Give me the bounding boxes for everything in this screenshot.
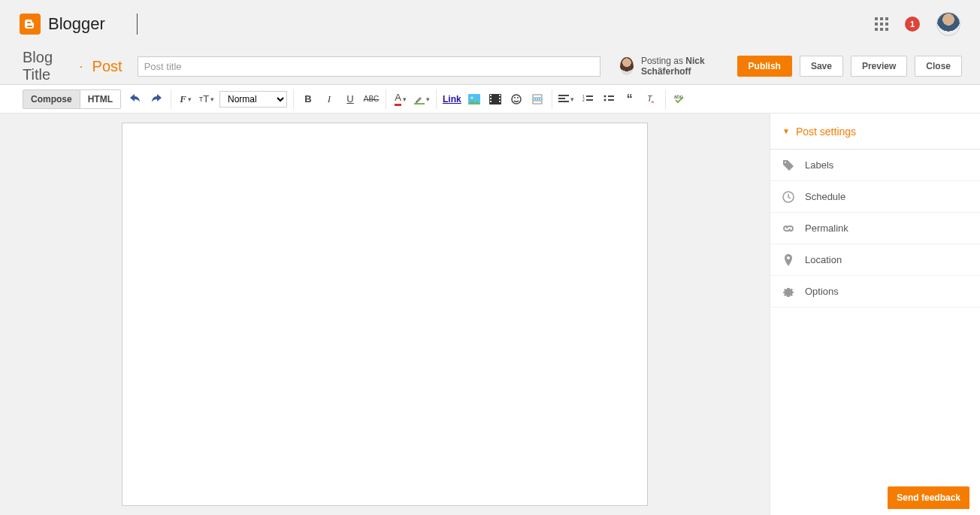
heading-select[interactable]: Normal xyxy=(219,91,287,108)
link-button[interactable]: Link xyxy=(443,94,461,105)
publish-button[interactable]: Publish xyxy=(737,56,792,77)
sub-header: Blog Title · Post Posting as Nick Schäfe… xyxy=(0,48,980,85)
svg-point-23 xyxy=(603,95,606,97)
editor-canvas[interactable] xyxy=(122,123,648,506)
undo-redo-group xyxy=(121,89,171,109)
font-size-icon[interactable]: TT xyxy=(198,91,215,108)
sidebar-item-label: Permalink xyxy=(805,223,848,234)
sidebar-item-label: Schedule xyxy=(805,191,845,202)
sidebar-header[interactable]: ▼ Post settings xyxy=(770,114,980,150)
posting-as-label: Posting as Nick Schäferhoff xyxy=(641,56,730,77)
author-area: Posting as Nick Schäferhoff xyxy=(620,56,730,77)
spellcheck-icon[interactable]: abc xyxy=(672,91,688,108)
post-settings-sidebar: ▼ Post settings Labels Schedule Permalin… xyxy=(770,114,980,515)
underline-icon[interactable]: U xyxy=(342,91,358,108)
blog-title: Blog Title xyxy=(23,49,71,83)
sidebar-item-label: Labels xyxy=(805,159,833,171)
svg-point-2 xyxy=(470,96,473,98)
author-avatar-icon xyxy=(620,57,634,75)
svg-point-24 xyxy=(603,98,606,101)
bullet-list-icon[interactable] xyxy=(600,91,617,108)
sidebar-item-location[interactable]: Location xyxy=(770,244,980,276)
font-group: F TT Normal xyxy=(171,89,294,109)
svg-rect-14 xyxy=(533,101,542,104)
action-buttons: Publish Save Preview Close xyxy=(737,56,962,77)
italic-icon[interactable]: I xyxy=(321,91,337,108)
sidebar-item-labels[interactable]: Labels xyxy=(770,150,980,181)
sidebar-item-label: Options xyxy=(805,286,839,297)
save-button[interactable]: Save xyxy=(800,56,843,77)
top-right-controls: 1 xyxy=(875,12,960,36)
paragraph-group: 12 “ T× xyxy=(552,89,666,109)
pin-icon xyxy=(782,254,794,266)
redo-icon[interactable] xyxy=(148,91,165,108)
insert-group: Link xyxy=(437,89,552,109)
text-style-group: B I U ABC xyxy=(294,89,386,109)
svg-rect-8 xyxy=(499,98,501,99)
top-header: Blogger 1 xyxy=(0,0,980,48)
svg-rect-0 xyxy=(414,103,425,105)
sidebar-item-permalink[interactable]: Permalink xyxy=(770,213,980,244)
svg-rect-13 xyxy=(533,95,542,98)
bold-icon[interactable]: B xyxy=(300,91,316,108)
text-color-icon[interactable]: A xyxy=(392,91,409,108)
emoji-icon[interactable] xyxy=(508,91,525,108)
link-icon xyxy=(782,223,794,235)
sidebar-header-label: Post settings xyxy=(796,126,856,138)
svg-text:2: 2 xyxy=(582,98,585,102)
preview-button[interactable]: Preview xyxy=(851,56,907,77)
close-button[interactable]: Close xyxy=(915,56,962,77)
spell-group: abc xyxy=(666,89,694,109)
tag-icon xyxy=(782,159,794,171)
editor-mode-tabs: Compose HTML xyxy=(23,89,121,109)
compose-tab[interactable]: Compose xyxy=(23,89,80,109)
undo-icon[interactable] xyxy=(127,91,144,108)
clock-icon xyxy=(782,191,794,203)
user-avatar[interactable] xyxy=(936,12,960,36)
sidebar-item-schedule[interactable]: Schedule xyxy=(770,181,980,213)
editor-toolbar: Compose HTML F TT Normal B I U ABC A Lin… xyxy=(0,85,980,114)
jump-break-icon[interactable] xyxy=(529,91,546,108)
google-apps-icon[interactable] xyxy=(875,17,888,31)
logo-area: Blogger xyxy=(20,14,138,35)
header-divider xyxy=(137,14,138,35)
gear-icon xyxy=(782,286,794,298)
main-area: ▼ Post settings Labels Schedule Permalin… xyxy=(0,114,980,515)
video-icon[interactable] xyxy=(487,91,504,108)
posting-as-prefix: Posting as xyxy=(641,56,685,66)
svg-point-11 xyxy=(514,97,516,98)
editor-wrap xyxy=(0,114,770,515)
numbered-list-icon[interactable]: 12 xyxy=(579,91,596,108)
color-group: A xyxy=(386,89,437,109)
title-separator: · xyxy=(80,59,83,74)
svg-text:abc: abc xyxy=(674,94,683,99)
svg-point-12 xyxy=(517,97,519,98)
html-tab[interactable]: HTML xyxy=(80,89,121,109)
post-breadcrumb: Post xyxy=(92,58,122,75)
quote-icon[interactable]: “ xyxy=(622,91,638,108)
image-icon[interactable] xyxy=(466,91,482,108)
font-family-icon[interactable]: F xyxy=(177,91,194,108)
strikethrough-icon[interactable]: ABC xyxy=(363,91,380,108)
svg-rect-6 xyxy=(490,101,492,102)
blogger-logo-icon xyxy=(20,14,41,35)
remove-format-icon[interactable]: T× xyxy=(643,91,659,108)
sidebar-item-label: Location xyxy=(805,254,842,265)
highlight-icon[interactable] xyxy=(413,91,430,108)
send-feedback-button[interactable]: Send feedback xyxy=(888,486,969,509)
svg-rect-4 xyxy=(490,95,492,96)
caret-down-icon: ▼ xyxy=(782,127,790,135)
svg-text:×: × xyxy=(651,98,655,105)
svg-point-10 xyxy=(512,95,521,104)
svg-rect-5 xyxy=(490,98,492,99)
align-icon[interactable] xyxy=(558,91,575,108)
logo-text: Blogger xyxy=(48,14,105,34)
sidebar-item-options[interactable]: Options xyxy=(770,276,980,307)
svg-rect-9 xyxy=(499,101,501,102)
svg-rect-7 xyxy=(499,95,501,96)
notifications-badge[interactable]: 1 xyxy=(905,17,920,32)
post-title-input[interactable] xyxy=(138,56,600,77)
